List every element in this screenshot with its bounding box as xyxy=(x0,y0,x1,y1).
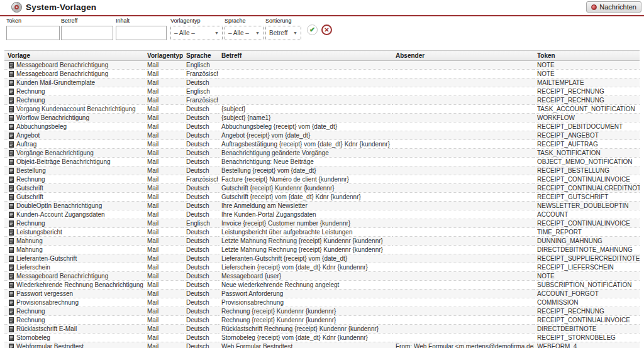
template-subject: {subject} xyxy=(218,105,392,114)
apply-filter-button[interactable]: ✔ xyxy=(307,24,318,35)
table-row[interactable]: Rechnung Mail Deutsch Rechnung {receipt}… xyxy=(4,316,640,325)
table-row[interactable]: Messageboard Benachrichtigung Mail Engli… xyxy=(4,61,640,70)
table-row[interactable]: Bestellung Mail Deutsch Bestellung {rece… xyxy=(4,166,640,175)
inhalt-filter-label: Inhalt xyxy=(116,18,167,24)
table-row[interactable]: Rechnung Mail Französisch Facture {recei… xyxy=(4,175,640,184)
template-doc-icon xyxy=(9,203,14,209)
table-row[interactable]: Mahnung Mail Deutsch Letzte Mahnung Rech… xyxy=(4,246,640,254)
template-language: Englisch xyxy=(183,219,218,228)
table-row[interactable]: Gutschrift Mail Deutsch Gutschrift {rece… xyxy=(4,184,640,193)
table-row[interactable]: Rechnung Mail Englisch RECEIPT_RECHNUNG xyxy=(4,87,640,96)
template-subject: Benachrichtigung: Neue Beiträge xyxy=(218,158,392,166)
sortierung-select[interactable]: Betreff ▼ xyxy=(265,26,301,40)
table-row[interactable]: Messageboard Benachrichtigung Mail Franz… xyxy=(4,70,640,79)
reset-filter-button[interactable]: ✕ xyxy=(321,24,332,35)
template-name: Mahnung xyxy=(16,246,43,253)
template-sender xyxy=(392,307,534,316)
template-subject: Auftragsbestätigung {receipt} vom {date_… xyxy=(218,140,392,149)
table-row[interactable]: Webformular Bestndtest Mail Deutsch Web … xyxy=(4,342,640,348)
template-token: RECEIPT_RECHNUNG xyxy=(534,307,640,316)
template-language: Deutsch xyxy=(183,202,218,210)
template-doc-icon xyxy=(9,220,14,227)
template-name: Worflow Benachrichtigung xyxy=(16,114,89,121)
template-token: TASK_NOTIFICATION xyxy=(534,149,640,158)
column-header-vorlage: Vorlage xyxy=(4,51,144,61)
template-name: Abbuchungsbeleg xyxy=(16,123,67,130)
betreff-filter-input[interactable] xyxy=(61,26,113,40)
table-row[interactable]: DoubleOptIn Benachrichtigung Mail Deutsc… xyxy=(4,202,640,210)
token-filter-input[interactable] xyxy=(6,26,60,40)
template-token: NOTE xyxy=(534,61,640,70)
sortierung-selected-value: Betreff xyxy=(269,30,287,36)
template-doc-icon xyxy=(9,71,14,77)
table-row[interactable]: Rechnung Mail Französisch RECEIPT_RECHNU… xyxy=(4,96,640,105)
template-type: Mail xyxy=(144,254,183,263)
template-name: Rechnung xyxy=(16,308,45,315)
table-row[interactable]: Lieferanten-Gutschrift Mail Deutsch Lief… xyxy=(4,254,640,263)
template-sender xyxy=(392,263,534,272)
template-subject: Stornobeleg {receipt} vom {date_dt} Kdnr… xyxy=(218,334,392,342)
table-row[interactable]: Wiederkehrende Rechnung Benachrichtigung… xyxy=(4,281,640,290)
template-doc-icon xyxy=(9,133,14,139)
table-row[interactable]: Passwort vergessen Mail Deutsch Passwort… xyxy=(4,290,640,298)
filter-bar: Token Betreff Inhalt Vorlagentyp – Alle … xyxy=(0,16,644,50)
template-language: Deutsch xyxy=(183,140,218,149)
template-name: Gutschrift xyxy=(16,193,43,200)
template-subject: Web Formular Bestndtest xyxy=(218,342,392,348)
template-doc-icon xyxy=(9,150,14,156)
template-subject: Bestellung {receipt} vom {date_dt} xyxy=(218,166,392,175)
template-type: Mail xyxy=(144,149,183,158)
inhalt-filter-input[interactable] xyxy=(116,26,167,40)
table-row[interactable]: Worflow Benachrichtigung Mail Deutsch {s… xyxy=(4,114,640,122)
messages-button[interactable]: Nachrichten xyxy=(586,1,641,13)
vorlagentyp-select[interactable]: – Alle – ▼ xyxy=(170,26,223,40)
template-type: Mail xyxy=(144,114,183,122)
template-subject: Lieferanten-Gutschrift {receipt} vom {da… xyxy=(218,254,392,263)
template-language: Deutsch xyxy=(183,316,218,325)
template-type: Mail xyxy=(144,140,183,149)
table-row[interactable]: Angebot Mail Deutsch Angebot {receipt} v… xyxy=(4,131,640,140)
template-language: Deutsch xyxy=(183,131,218,140)
table-row[interactable]: Stornobeleg Mail Deutsch Stornobeleg {re… xyxy=(4,334,640,342)
sprache-select[interactable]: – Alle – ▼ xyxy=(225,26,264,40)
template-table-body: Messageboard Benachrichtigung Mail Engli… xyxy=(4,61,640,348)
table-row[interactable]: Abbuchungsbeleg Mail Deutsch Abbuchungsb… xyxy=(4,122,640,131)
template-token: DIRECTDEBITNOTE_MAHNUNG xyxy=(534,246,640,254)
template-name: Rechnung xyxy=(16,176,45,183)
table-row[interactable]: Rechnung Mail Deutsch Rechnung {receipt}… xyxy=(4,307,640,316)
sprache-filter-label: Sprache xyxy=(225,18,264,24)
template-token: RECEIPT_GUTSCHRIFT xyxy=(534,193,640,202)
table-row[interactable]: Rücklastschrift E-Mail Mail Deutsch Rück… xyxy=(4,325,640,334)
template-sender xyxy=(392,61,534,70)
top-bar: System-Vorlagen Nachrichten xyxy=(0,0,644,15)
table-row[interactable]: Mahnung Mail Deutsch Letzte Mahnung Rech… xyxy=(4,237,640,246)
table-row[interactable]: Provisionsabrechnung Mail Deutsch Provis… xyxy=(4,298,640,307)
table-row[interactable]: Gutschrift Mail Deutsch Gutschrift {rece… xyxy=(4,193,640,202)
template-token: RECEIPT_RECHNUNG xyxy=(534,96,640,105)
template-name: Passwort vergessen xyxy=(16,290,73,297)
template-doc-icon xyxy=(9,264,14,271)
template-doc-icon xyxy=(9,238,14,244)
template-token: TIME_REPORT xyxy=(534,228,640,237)
template-type: Mail xyxy=(144,158,183,166)
table-row[interactable]: Vorgänge Benachrichtigung Mail Deutsch B… xyxy=(4,149,640,158)
template-token: RECEIPT_CONTINUALINVOICE xyxy=(534,219,640,228)
table-row[interactable]: Vorgang Kundenaccount Benachrichtigung M… xyxy=(4,105,640,114)
template-subject xyxy=(218,79,392,87)
table-row[interactable]: Kunden Mail-Grundtemplate Mail Deutsch M… xyxy=(4,79,640,87)
template-token: SUBSCRIPTION_NOTIFICATION xyxy=(534,281,640,290)
template-language: Französisch xyxy=(183,175,218,184)
table-row[interactable]: Messageboard Benachrichtigung Mail Deuts… xyxy=(4,272,640,281)
table-row[interactable]: Objekt-Beiträge Benachrichtigung Mail De… xyxy=(4,158,640,166)
table-row[interactable]: Leistungsbericht Mail Deutsch Leistungsb… xyxy=(4,228,640,237)
column-header-sprache: Sprache xyxy=(183,51,218,61)
template-doc-icon xyxy=(9,168,14,174)
table-row[interactable]: Lieferschein Mail Deutsch Lieferschein {… xyxy=(4,263,640,272)
template-doc-icon xyxy=(9,177,14,183)
template-language: Deutsch xyxy=(183,272,218,281)
table-row[interactable]: Kunden-Account Zugangsdaten Mail Deutsch… xyxy=(4,210,640,219)
table-row[interactable]: Auftrag Mail Deutsch Auftragsbestätigung… xyxy=(4,140,640,149)
template-language: Deutsch xyxy=(183,158,218,166)
template-language: Französisch xyxy=(183,70,218,79)
table-row[interactable]: Rechnung Mail Englisch Invoice {receipt}… xyxy=(4,219,640,228)
